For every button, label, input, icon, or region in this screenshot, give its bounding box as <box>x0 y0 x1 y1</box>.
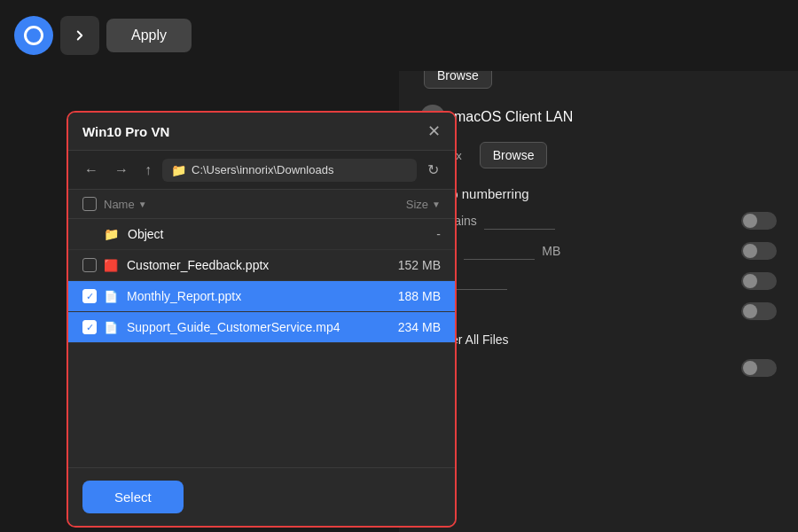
filter-size-input[interactable] <box>464 242 535 260</box>
path-bar: 📁 C:\Users\innorix\Downloads <box>162 159 417 182</box>
file-name-text: Customer_Feedback.pptx <box>127 258 370 272</box>
dialog-nav: ← → ↑ 📁 C:\Users\innorix\Downloads ↻ <box>68 151 455 190</box>
filter-date-toggle[interactable] <box>741 302 777 320</box>
filter-contains-input[interactable] <box>484 212 555 230</box>
row-name: 📄 Monthly_Report.pptx <box>104 289 370 303</box>
size-sort-icon: ▼ <box>432 200 441 209</box>
filter-size-row: is over MB <box>420 242 777 260</box>
file-list-header: Name ▼ Size ▼ <box>68 190 455 219</box>
header-size[interactable]: Size ▼ <box>370 197 441 211</box>
row-check[interactable] <box>82 258 104 272</box>
nav-back-button[interactable]: ← <box>79 159 104 182</box>
mp4-icon: 📄 <box>104 321 118 334</box>
select-button[interactable]: Select <box>82 481 184 513</box>
folder-icon: 📁 <box>104 227 119 241</box>
row-name: 📁 Object <box>104 227 370 241</box>
nav-up-button[interactable]: ↑ <box>139 159 157 182</box>
arrow-path-icon <box>72 27 88 43</box>
row-size: 188 MB <box>370 289 441 303</box>
apply-button[interactable]: Apply <box>106 19 192 52</box>
file-name-text: Support_Guide_CustomerService.mp4 <box>127 320 370 334</box>
filter-date-row: /11/18 <box>420 302 777 320</box>
dest-name: macOS Client LAN <box>454 109 573 125</box>
filter-contains-toggle[interactable] <box>741 212 777 230</box>
refresh-button[interactable]: ↻ <box>422 158 444 182</box>
row-size: 152 MB <box>370 258 441 272</box>
dialog-titlebar: Win10 Pro VN ✕ <box>68 113 455 151</box>
pptx-icon: 📄 <box>104 290 118 303</box>
header-name[interactable]: Name ▼ <box>104 197 370 211</box>
transfer-row: transfer All Files <box>420 332 777 347</box>
nav-forward-button[interactable]: → <box>109 159 134 182</box>
row-checkbox[interactable] <box>82 258 97 272</box>
logo <box>14 16 53 55</box>
file-row[interactable]: 📄 Support_Guide_CustomerService.mp4 234 … <box>68 312 455 343</box>
transfer-date-toggle[interactable] <box>741 359 777 377</box>
row-size: - <box>370 227 441 241</box>
row-size: 234 MB <box>370 320 441 334</box>
auto-numbering-label: e Auto numberring <box>420 186 777 201</box>
toolbar: Apply <box>0 0 798 71</box>
row-check[interactable] <box>82 320 104 334</box>
dest-row: 🍎 macOS Client LAN <box>420 105 777 129</box>
row-checkbox[interactable] <box>82 320 97 334</box>
file-name-text: Monthly_Report.pptx <box>127 289 370 303</box>
dialog-title: Win10 Pro VN <box>82 124 169 139</box>
row-checkbox[interactable] <box>82 289 97 303</box>
header-check <box>82 197 104 211</box>
file-list-empty-area <box>68 343 455 467</box>
filter-size-unit: MB <box>542 244 560 258</box>
right-panel: Source: 🪟 Win10 Pro VN Browse 🍎 macOS Cl… <box>399 0 798 532</box>
row-check[interactable] <box>82 289 104 303</box>
arrow-path-button[interactable] <box>60 16 99 55</box>
file-row[interactable]: 🟥 Customer_Feedback.pptx 152 MB <box>68 250 455 281</box>
transfer-date-row: /11/27 <box>420 359 777 377</box>
row-name: 📄 Support_Guide_CustomerService.mp4 <box>104 320 370 334</box>
logo-inner <box>24 26 43 45</box>
filter-is-toggle[interactable] <box>741 272 777 290</box>
path-folder-icon: 📁 <box>171 163 186 177</box>
filter-size-toggle[interactable] <box>741 242 777 260</box>
file-name-text: Object <box>128 227 370 241</box>
file-row[interactable]: 📁 Object - <box>68 219 455 250</box>
pptx-icon: 🟥 <box>104 259 118 272</box>
dialog-footer: Select <box>68 467 455 526</box>
file-dialog: Win10 Pro VN ✕ ← → ↑ 📁 C:\Users\innorix\… <box>66 111 457 528</box>
dialog-close-button[interactable]: ✕ <box>427 123 441 139</box>
filter-is-row: is <box>420 272 777 290</box>
row-name: 🟥 Customer_Feedback.pptx <box>104 258 370 272</box>
dest-browse-button[interactable]: Browse <box>480 142 548 168</box>
header-checkbox[interactable] <box>82 197 97 211</box>
filter-contains-row: e contains <box>420 212 777 230</box>
path-text: C:\Users\innorix\Downloads <box>192 163 333 176</box>
file-row[interactable]: 📄 Monthly_Report.pptx 188 MB <box>68 281 455 312</box>
name-sort-icon: ▼ <box>138 200 147 209</box>
